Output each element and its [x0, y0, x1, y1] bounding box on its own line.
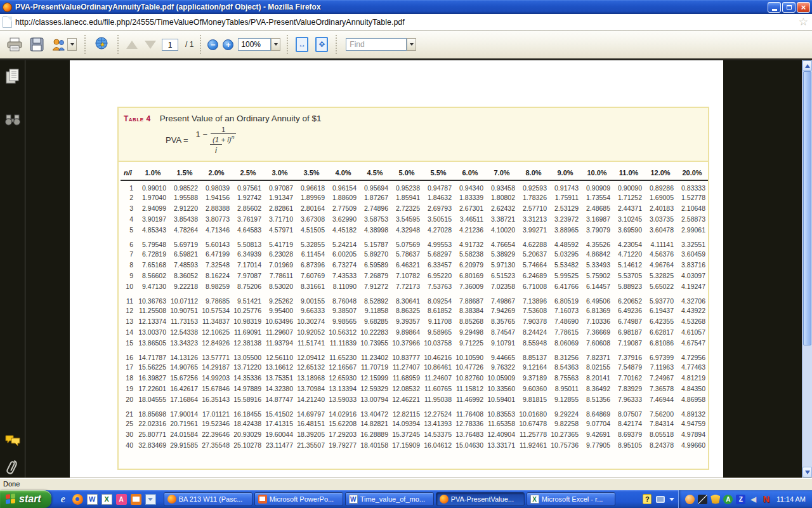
help-notification-icon[interactable]: ? [643, 494, 652, 504]
rate-column-header: 2.5% [232, 167, 264, 180]
scrollbar-thumb[interactable] [803, 71, 811, 345]
minimize-button[interactable] [768, 2, 781, 13]
zone-tray-icon[interactable]: Z [736, 495, 745, 504]
outlook-express-icon[interactable] [145, 494, 156, 505]
collaborate-dropdown-arrow[interactable] [67, 38, 77, 51]
zoom-in-button[interactable]: + [223, 39, 233, 50]
pv-factor-cell: 9.29498 [454, 326, 486, 337]
pv-factor-cell: 16.04612 [422, 439, 454, 450]
save-button[interactable] [29, 36, 45, 53]
internet-explorer-icon[interactable]: e [58, 494, 69, 505]
attachments-panel-button[interactable] [6, 458, 20, 478]
novell-tray-icon[interactable]: N [761, 495, 771, 504]
pv-factor-cell: 3.67308 [296, 213, 327, 224]
pv-factor-cell: 9.71225 [454, 337, 486, 348]
access-icon[interactable]: A [116, 494, 127, 505]
pv-factor-cell: 8.42174 [613, 418, 645, 429]
web-tools-button[interactable] [92, 36, 111, 53]
collaborate-button[interactable] [49, 36, 78, 53]
pv-factor-cell: 11.69091 [232, 326, 264, 337]
pv-factor-cell: 11.70719 [359, 361, 391, 372]
pv-factor-cell: 12.13374 [137, 316, 169, 326]
next-page-button[interactable] [143, 39, 157, 50]
taskbar-button[interactable]: PVA-PresentValue... [436, 492, 525, 506]
pv-factor-cell: 13.70984 [296, 383, 327, 394]
start-button[interactable]: start [0, 490, 51, 508]
scroll-down-button[interactable] [802, 467, 812, 478]
taskbar-button-label: BA 213 W11 (Pasc... [179, 495, 249, 503]
pv-factor-cell: 1.52778 [676, 192, 708, 203]
scroll-up-button[interactable] [802, 60, 812, 71]
volume-tray-icon[interactable]: ◀ [749, 495, 758, 504]
shield-tray-icon[interactable] [710, 495, 720, 504]
taskbar-button[interactable]: WTime_value_of_mo... [345, 492, 434, 506]
firefox-app-icon [3, 3, 12, 12]
pv-factor-cell: 9.82258 [549, 418, 581, 429]
fit-width-button[interactable]: ↔ [294, 36, 310, 53]
pv-factor-cell: 11.25508 [137, 305, 169, 316]
url-input[interactable] [15, 16, 796, 29]
pv-factor-cell: 6.34939 [232, 248, 264, 259]
firefox-icon[interactable] [72, 494, 83, 505]
pv-factor-cell: 13.00794 [359, 394, 391, 404]
pv-factor-cell: 5.58238 [454, 248, 486, 259]
pv-factor-cell: 9.76322 [486, 361, 518, 372]
bookmark-star-icon[interactable]: ☆ [799, 17, 808, 27]
pv-factor-cell: 8.76048 [327, 291, 359, 305]
find-dropdown-arrow[interactable] [407, 38, 416, 51]
previous-page-button[interactable] [125, 39, 139, 50]
safely-remove-hardware-icon[interactable] [656, 496, 665, 503]
pv-factor-cell: 15.37245 [391, 429, 422, 439]
paint-tray-icon[interactable] [698, 495, 707, 504]
pv-factor-cell: 9.07704 [581, 418, 613, 429]
quick-launch-bar: eWXA [51, 490, 161, 508]
pv-factor-cell: 13.18968 [296, 372, 327, 383]
pv-factor-cell: 8.06069 [549, 337, 581, 348]
powerpoint-icon[interactable] [131, 494, 141, 505]
close-button[interactable]: × [797, 2, 810, 13]
pv-factor-cell: 4.96764 [645, 259, 676, 270]
taskbar-button-label: Time_value_of_mo... [360, 495, 430, 503]
buddy-tray-icon[interactable] [685, 495, 695, 504]
pv-factor-cell: 4.10020 [486, 224, 518, 235]
find-input[interactable] [346, 38, 407, 51]
pages-panel-button[interactable] [5, 68, 20, 87]
pv-factor-cell: 7.46944 [645, 394, 676, 404]
zoom-out-button[interactable]: − [207, 39, 218, 50]
comments-panel-button[interactable] [4, 434, 21, 450]
excel-icon[interactable]: X [102, 494, 112, 505]
pv-factor-cell: 8.52892 [359, 291, 391, 305]
vertical-scrollbar[interactable] [802, 60, 812, 478]
comments-icon [4, 434, 21, 447]
search-panel-button[interactable] [4, 114, 21, 129]
pv-factor-cell: 25.80771 [137, 429, 169, 439]
taskbar-button[interactable]: Microsoft PowerPo... [254, 492, 343, 506]
page-number-input[interactable]: 1 [162, 39, 178, 51]
taskbar-chevron-icon[interactable] [669, 498, 674, 504]
pv-factor-cell: 7.72173 [391, 281, 422, 291]
fit-page-button[interactable]: ✥ [314, 36, 329, 53]
word-icon[interactable]: W [87, 494, 98, 505]
pv-factor-cell: 23.11477 [264, 439, 296, 450]
pv-factor-cell: 10.83777 [391, 348, 422, 361]
pv-factor-cell: 5.75902 [581, 270, 613, 281]
restore-button[interactable] [782, 2, 796, 13]
pv-factor-cell: 10.57534 [200, 305, 232, 316]
globe-star-icon [93, 37, 110, 52]
print-button[interactable] [5, 36, 24, 53]
period-cell: 20 [121, 394, 137, 404]
pv-factor-cell: 9.51421 [232, 291, 264, 305]
zoom-level-value[interactable]: 100% [238, 38, 271, 51]
pv-factor-cell: 2.94099 [137, 203, 169, 213]
taskbar-button[interactable]: XMicrosoft Excel - r... [527, 492, 615, 506]
zoom-dropdown-arrow[interactable] [271, 38, 280, 51]
pv-factor-cell: 2.74896 [359, 203, 391, 213]
pv-factor-cell: 14.69797 [296, 404, 327, 418]
antivirus-tray-icon[interactable]: A [723, 495, 733, 504]
pv-factor-cell: 19.52346 [200, 418, 232, 429]
pv-factor-cell: 16.28889 [359, 429, 391, 439]
pv-factor-cell: 5.88923 [613, 281, 645, 291]
taskbar-button[interactable]: BA 213 W11 (Pasc... [164, 492, 252, 506]
pv-factor-cell: 1.92742 [232, 192, 264, 203]
pv-factor-cell: 5.78637 [391, 248, 422, 259]
